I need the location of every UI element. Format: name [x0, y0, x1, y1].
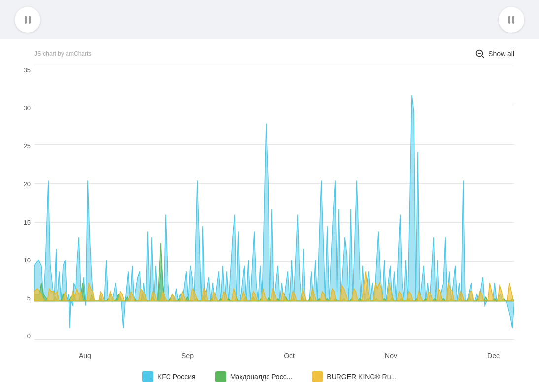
x-label-dec: Dec — [487, 352, 500, 359]
y-label-35: 35 — [24, 66, 31, 74]
x-label-nov: Nov — [385, 352, 397, 359]
y-axis: 35 30 25 20 15 10 5 0 — [10, 66, 31, 340]
svg-line-2 — [482, 56, 484, 58]
pause-icon-left — [25, 16, 31, 24]
x-label-aug: Aug — [79, 352, 91, 359]
legend-label-burger-king: BURGER KING® Ru... — [327, 373, 397, 381]
x-axis: Aug Sep Oct Nov Dec — [34, 352, 514, 359]
chart-area: JS chart by amCharts Show all 35 30 25 2… — [0, 39, 539, 364]
chart-svg — [34, 66, 514, 340]
legend-label-kfc: KFC Россия — [157, 373, 196, 381]
legend-label-mcdonalds: Макдоналдс Росс... — [230, 373, 293, 381]
pause-icon-right — [508, 16, 514, 24]
chart-legend: KFC Россия Макдоналдс Росс... BURGER KIN… — [0, 364, 539, 392]
legend-box-mcdonalds — [215, 371, 226, 382]
y-label-30: 30 — [24, 104, 31, 112]
y-label-10: 10 — [24, 257, 31, 264]
show-all-button[interactable]: Show all — [474, 48, 514, 59]
legend-item-kfc: KFC Россия — [142, 371, 196, 382]
y-label-20: 20 — [24, 180, 31, 188]
y-label-15: 15 — [24, 219, 31, 226]
zoom-out-icon — [474, 48, 485, 59]
legend-item-burger-king: BURGER KING® Ru... — [312, 371, 397, 382]
chart-attribution: JS chart by amCharts — [34, 50, 91, 57]
y-label-5: 5 — [27, 294, 31, 302]
pause-button-left[interactable] — [15, 7, 40, 33]
legend-box-kfc — [142, 371, 153, 382]
pause-button-right[interactable] — [499, 7, 524, 33]
y-label-25: 25 — [24, 142, 31, 150]
legend-box-burger-king — [312, 371, 323, 382]
chart-wrapper: JS chart by amCharts Show all 35 30 25 2… — [0, 0, 539, 392]
show-all-label: Show all — [488, 50, 514, 58]
top-bar — [0, 0, 539, 39]
y-label-0: 0 — [27, 332, 31, 340]
x-label-oct: Oct — [284, 352, 295, 359]
legend-item-mcdonalds: Макдоналдс Росс... — [215, 371, 293, 382]
x-label-sep: Sep — [181, 352, 194, 359]
